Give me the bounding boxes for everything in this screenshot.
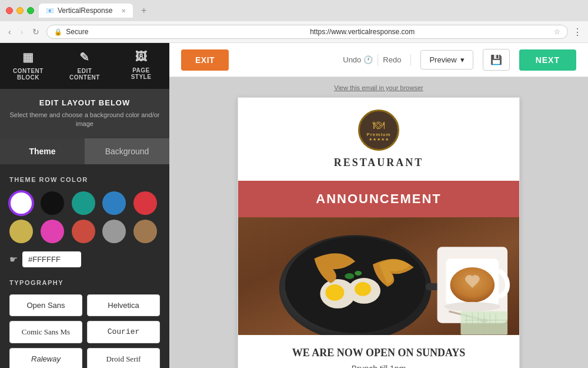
font-option-courier[interactable]: Courier — [87, 321, 160, 343]
sidebar-nav: ▦ CONTENT BLOCK ✎ EDIT CONTENT 🖼 PAGE ST… — [0, 43, 169, 89]
svg-point-8 — [345, 273, 354, 279]
color-swatch-red[interactable] — [133, 191, 157, 215]
chevron-down-icon: ▾ — [460, 55, 465, 64]
theme-row-color-title: THEME ROW COLOR — [9, 176, 160, 183]
logo-premium-text: Premium — [366, 132, 390, 137]
color-swatch-teal[interactable] — [72, 191, 95, 215]
sidebar-item-label-page: PAGE STYLE — [131, 67, 152, 80]
back-button[interactable]: ‹ — [6, 26, 14, 38]
color-input-row: ☛ — [9, 251, 160, 267]
browser-toolbar: ‹ › ↻ 🔒 Secure https://www.verticalrespo… — [0, 21, 588, 43]
font-option-raleway[interactable]: Raleway — [9, 348, 82, 368]
announcement-banner: ANNOUNCEMENT — [238, 181, 519, 217]
font-option-comic-sans[interactable]: Comic Sans Ms — [9, 321, 82, 343]
email-header: 🍽 Premium ★★★★★ RESTAURANT — [238, 98, 519, 181]
logo-stars: ★★★★★ — [369, 137, 389, 142]
logo-icon: 🍽 — [373, 118, 385, 132]
font-option-droid-serif[interactable]: Droid Serif — [87, 348, 160, 368]
sidebar-item-page-style[interactable]: 🖼 PAGE STYLE — [113, 43, 169, 89]
color-swatch-blue[interactable] — [102, 191, 126, 215]
color-picker-icon[interactable]: ☛ — [9, 254, 18, 265]
preview-button[interactable]: Preview ▾ — [420, 50, 473, 69]
color-swatch-brown[interactable] — [133, 220, 157, 243]
color-swatch-white[interactable] — [9, 191, 33, 215]
food-image-svg — [238, 217, 519, 335]
edit-layout-header: EDIT LAYOUT BELOW Select theme and choos… — [0, 89, 169, 138]
color-swatch-coral[interactable] — [72, 220, 95, 243]
page-style-icon: 🖼 — [135, 50, 148, 64]
secure-label: Secure — [66, 28, 306, 36]
reload-button[interactable]: ↻ — [30, 26, 42, 38]
edit-content-icon: ✎ — [79, 50, 90, 64]
exit-button[interactable]: EXIT — [181, 49, 229, 71]
svg-point-9 — [355, 271, 362, 276]
email-preview[interactable]: 🍽 Premium ★★★★★ RESTAURANT ANNOUNCEMENT — [238, 97, 520, 368]
main-content: View this email in your browser 🍽 Premiu… — [169, 77, 588, 368]
svg-point-14 — [445, 302, 501, 311]
color-swatch-gold[interactable] — [9, 220, 33, 243]
open-sunday-title: WE ARE NOW OPEN ON SUNDAYS — [250, 347, 507, 359]
save-button[interactable]: 💾 — [483, 49, 510, 71]
view-in-browser-link[interactable]: View this email in your browser — [334, 84, 423, 91]
divider — [377, 54, 378, 66]
color-swatch-grid — [9, 191, 160, 243]
sidebar-item-label-edit: EDIT CONTENT — [69, 68, 100, 81]
sidebar-item-content-block[interactable]: ▦ CONTENT BLOCK — [0, 43, 56, 89]
undo-button[interactable]: Undo 🕐 — [343, 55, 373, 64]
browser-chrome: 📧 VerticalResponse ✕ + ‹ › ↻ 🔒 Secure ht… — [0, 0, 588, 43]
app-container: ▦ CONTENT BLOCK ✎ EDIT CONTENT 🖼 PAGE ST… — [0, 43, 588, 368]
hex-color-input[interactable] — [22, 251, 81, 267]
divider2 — [410, 54, 411, 66]
undo-redo-group: Undo 🕐 Redo — [343, 54, 401, 66]
edit-layout-subtitle: Select theme and choose a background col… — [9, 111, 160, 129]
sidebar-item-edit-content[interactable]: ✎ EDIT CONTENT — [56, 43, 113, 89]
tab-theme[interactable]: Theme — [0, 138, 85, 164]
browser-menu-button[interactable]: ⋮ — [573, 26, 582, 38]
tab-favicon: 📧 — [46, 7, 54, 15]
premium-logo: 🍽 Premium ★★★★★ — [358, 110, 399, 151]
color-swatch-pink[interactable] — [41, 220, 64, 243]
svg-point-5 — [325, 284, 344, 301]
maximize-button[interactable] — [27, 7, 34, 14]
sidebar-item-label-content: CONTENT BLOCK — [13, 68, 44, 81]
restaurant-title: RESTAURANT — [250, 157, 507, 169]
close-button[interactable] — [6, 7, 13, 14]
forward-button[interactable]: › — [18, 26, 26, 38]
lock-icon: 🔒 — [54, 28, 62, 36]
top-bar: EXIT Undo 🕐 Redo Preview ▾ 💾 NEXT — [169, 43, 588, 77]
url-text: https://www.verticalresponse.com — [310, 28, 550, 36]
browser-titlebar: 📧 VerticalResponse ✕ + — [0, 0, 588, 21]
color-swatch-black[interactable] — [41, 191, 64, 215]
tab-close-icon[interactable]: ✕ — [121, 8, 126, 14]
food-details[interactable]: WE ARE NOW OPEN ON SUNDAYS Brunch till 1… — [238, 335, 519, 368]
browser-tab[interactable]: 📧 VerticalResponse ✕ — [39, 4, 133, 18]
font-option-open-sans[interactable]: Open Sans — [9, 294, 82, 316]
content-block-icon: ▦ — [22, 50, 34, 64]
food-image — [238, 217, 519, 335]
typography-title: TYPOGRAPHY — [9, 279, 160, 286]
tab-background[interactable]: Background — [85, 138, 169, 164]
next-button[interactable]: NEXT — [519, 49, 576, 71]
traffic-lights — [6, 7, 34, 14]
redo-button[interactable]: Redo — [383, 55, 401, 64]
theme-background-tabs: Theme Background — [0, 138, 169, 164]
sidebar: ▦ CONTENT BLOCK ✎ EDIT CONTENT 🖼 PAGE ST… — [0, 43, 169, 368]
new-tab-button[interactable]: + — [138, 5, 150, 16]
right-panel: EXIT Undo 🕐 Redo Preview ▾ 💾 NEXT V — [169, 43, 588, 368]
address-bar[interactable]: 🔒 Secure https://www.verticalresponse.co… — [46, 25, 568, 39]
bookmark-icon[interactable]: ☆ — [554, 28, 560, 36]
svg-point-7 — [355, 282, 371, 296]
clock-icon: 🕐 — [363, 55, 373, 64]
minimize-button[interactable] — [16, 7, 24, 14]
tab-title: VerticalResponse — [58, 6, 112, 15]
brunch-text: Brunch till 1pm — [250, 364, 507, 368]
color-swatch-gray[interactable] — [102, 220, 126, 243]
sidebar-content: THEME ROW COLOR ☛ TYPOGRAPHY — [0, 164, 169, 368]
typography-grid: Open Sans Helvetica Comic Sans Ms Courie… — [9, 294, 160, 368]
edit-layout-title: EDIT LAYOUT BELOW — [9, 98, 160, 107]
font-option-helvetica[interactable]: Helvetica — [87, 294, 160, 316]
